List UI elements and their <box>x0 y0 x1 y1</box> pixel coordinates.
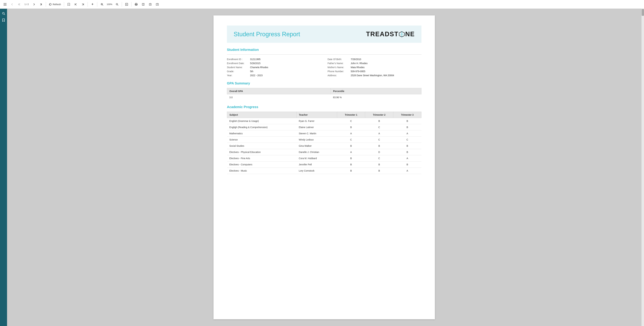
cell-t3: A <box>393 155 422 161</box>
cell-t3: B <box>393 149 422 155</box>
back-btn[interactable] <box>9 1 15 8</box>
report-title: Student Progress Report <box>234 31 300 38</box>
gpa-heading: GPA Summary <box>227 81 422 85</box>
cell-subject: Engligh (Reading & Comprehension) <box>227 124 296 130</box>
cell-t1: A <box>337 149 365 155</box>
enrollment-date-value: 5/26/2015 <box>250 62 260 65</box>
right-scrollbar[interactable] <box>641 9 644 326</box>
zoom-out-btn[interactable] <box>114 1 120 8</box>
logo-text-treadst: TREADST <box>366 31 398 38</box>
cell-teacher: Elaine Latimer <box>296 124 337 130</box>
cell-teacher: Windy Ledoux <box>296 137 337 143</box>
dob-row: Date Of Birth: 7/26/2010 <box>328 58 422 61</box>
cell-t3: C <box>393 137 422 143</box>
address-label: Address: <box>328 74 349 77</box>
sidebar-bookmark-icon[interactable] <box>1 18 6 23</box>
logo-icon <box>399 31 405 37</box>
info-right-col: Date Of Birth: 7/26/2010 Father's Name: … <box>328 58 422 77</box>
student-name-value: Chamela Rhodes <box>250 66 268 69</box>
table-row: Electives - Fine Arts Cora M. Hubbard B … <box>227 155 422 161</box>
student-name-label: Student Name: <box>227 66 249 69</box>
enrollment-id-label: Enrollment ID : <box>227 58 249 61</box>
cell-t3: B <box>393 124 422 130</box>
cell-t1: B <box>337 155 365 161</box>
mother-name-label: Mother's Name: <box>328 66 349 69</box>
book3-btn[interactable] <box>154 1 160 8</box>
fit-btn[interactable] <box>124 1 130 8</box>
cell-teacher: Cora M. Hubbard <box>296 155 337 161</box>
print-btn[interactable] <box>133 1 139 8</box>
table-row: Social Studies Gina Walker B B B <box>227 143 422 149</box>
enrollment-date-label: Enrollment Date: <box>227 62 249 65</box>
separator4 <box>97 2 97 7</box>
student-info-section: Student Information Enrollment ID : 3121… <box>227 48 422 77</box>
cell-subject: Social Studies <box>227 143 296 149</box>
back2-btn[interactable] <box>16 1 22 8</box>
add-btn[interactable]: + <box>90 1 96 8</box>
forward-btn[interactable] <box>31 1 37 8</box>
cell-teacher: Lory Comstock <box>296 168 337 174</box>
cell-subject: Electives - Computers <box>227 161 296 168</box>
cell-t1: B <box>337 143 365 149</box>
mother-name-value: Maia Rhodes <box>351 66 364 69</box>
academic-section: Academic Progress Subject Teacher Trimes… <box>227 105 422 174</box>
bookmark-btn[interactable] <box>66 1 72 8</box>
grade-value: 5th <box>250 70 253 73</box>
zoom-level: 100% <box>106 3 113 6</box>
year-label: Year: <box>227 74 249 77</box>
book2-btn[interactable] <box>147 1 153 8</box>
doc-area[interactable]: Student Progress Report TREADST NE Stud <box>7 9 641 326</box>
enrollment-date-row: Enrollment Date: 5/26/2015 <box>227 62 321 65</box>
table-row: English (Grammar & Usage) Ryan G. Farrer… <box>227 118 422 124</box>
table-row: Engligh (Reading & Comprehension) Elaine… <box>227 124 422 130</box>
cell-teacher: Ryan G. Farrer <box>296 118 337 124</box>
enrollment-id-row: Enrollment ID : 31211995 <box>227 58 321 61</box>
page-indicator: 1 / 2 <box>23 3 30 6</box>
svg-point-14 <box>137 4 137 5</box>
cell-teacher: Gina Walker <box>296 143 337 149</box>
phone-label: Phone Number: <box>328 70 349 73</box>
refresh-btn[interactable]: Refresh <box>48 2 62 7</box>
separator1 <box>46 2 46 7</box>
year-row: Year: 2022 - 2023 <box>227 74 321 77</box>
col-subject: Subject <box>227 112 296 118</box>
cell-t1: B <box>337 124 365 130</box>
father-name-label: Father's Name: <box>328 62 349 65</box>
gpa-section: GPA Summary Overall GPA Percentile 3.0 8… <box>227 81 422 100</box>
gpa-col-overall: Overall GPA <box>227 88 331 94</box>
book1-btn[interactable] <box>140 1 146 8</box>
svg-rect-10 <box>126 3 128 6</box>
sidebar-search-icon[interactable] <box>1 11 6 16</box>
dob-label: Date Of Birth: <box>328 58 349 61</box>
prev-page-btn[interactable] <box>73 1 79 8</box>
academic-table: Subject Teacher Trimester 1 Trimester 2 … <box>227 112 422 174</box>
cell-t1: B <box>337 168 365 174</box>
table-row: Science Windy Ledoux C C C <box>227 137 422 143</box>
student-info-heading: Student Information <box>227 48 422 52</box>
father-name-value: John H. Rhodes <box>351 62 368 65</box>
enrollment-id-value: 31211995 <box>250 58 260 61</box>
cell-t2: B <box>365 118 393 124</box>
col-teacher: Teacher <box>296 112 337 118</box>
zoom-in-btn[interactable] <box>99 1 105 8</box>
student-name-row: Student Name: Chamela Rhodes <box>227 66 321 69</box>
cell-subject: Mathematics <box>227 130 296 137</box>
forward-last-btn[interactable] <box>38 1 44 8</box>
svg-line-19 <box>4 14 5 15</box>
refresh-label: Refresh <box>53 3 61 6</box>
cell-t2: C <box>365 137 393 143</box>
dob-value: 7/26/2010 <box>351 58 361 61</box>
cell-t3: A <box>393 130 422 137</box>
cell-t1: B <box>337 161 365 168</box>
svg-rect-2 <box>4 5 6 6</box>
col-t2: Trimester 2 <box>365 112 393 118</box>
hamburger-menu-btn[interactable] <box>2 1 8 8</box>
cell-t3: A <box>393 168 422 174</box>
gpa-percentile: 83.96 % <box>331 94 422 101</box>
student-info-grid: Enrollment ID : 31211995 Enrollment Date… <box>227 58 422 77</box>
cell-teacher: Danelle J. Christian <box>296 149 337 155</box>
cell-subject: Electives - Physical Education <box>227 149 296 155</box>
mother-name-row: Mother's Name: Maia Rhodes <box>328 66 422 69</box>
next-page-btn[interactable] <box>80 1 86 8</box>
cell-subject: English (Grammar & Usage) <box>227 118 296 124</box>
